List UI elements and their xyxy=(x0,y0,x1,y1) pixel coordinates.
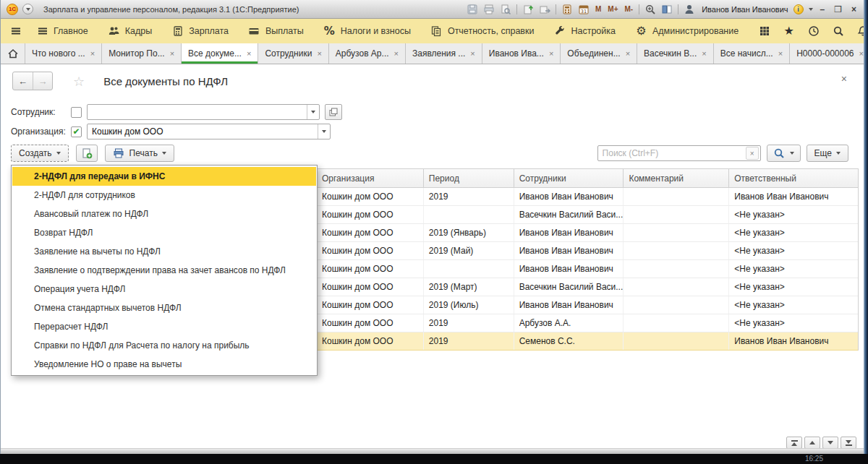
menu-section-nalogi-i-vznosy[interactable]: %Налоги и взносы xyxy=(323,25,411,38)
create-menu-item[interactable]: Операция учета НДФЛ xyxy=(12,280,316,298)
tab-close-icon[interactable]: × xyxy=(170,50,174,58)
zoom-icon[interactable] xyxy=(644,4,656,15)
info-icon[interactable]: i xyxy=(793,4,804,14)
close-button[interactable]: × xyxy=(849,4,859,14)
tab-close-icon[interactable]: × xyxy=(247,50,251,58)
back-button[interactable]: ← xyxy=(13,72,33,90)
search-clear-icon[interactable]: × xyxy=(746,147,759,160)
tab-close-icon[interactable]: × xyxy=(90,50,95,58)
column-header[interactable]: Организация xyxy=(317,169,424,187)
calculator-icon[interactable] xyxy=(561,4,573,15)
print-button[interactable]: Печать xyxy=(105,145,174,162)
more-button[interactable]: Еще xyxy=(807,145,848,162)
menu-section-nastroyka[interactable]: Настройка xyxy=(553,25,616,38)
minimize-button[interactable]: – xyxy=(818,4,827,14)
send-document-icon[interactable] xyxy=(522,4,534,15)
table-row[interactable]: Кошкин дом ОООВасечкин Василий Васи...<Н… xyxy=(317,206,858,224)
tab-7[interactable]: Объединен...× xyxy=(561,43,637,64)
tab-home[interactable] xyxy=(1,43,25,64)
create-button[interactable]: Создать xyxy=(11,145,69,162)
create-menu-item[interactable]: 2-НДФЛ для сотрудников xyxy=(12,186,316,205)
tab-4[interactable]: Арбузов Ар...× xyxy=(329,43,406,64)
organization-checkbox[interactable]: ✔ xyxy=(71,126,82,137)
tab-10[interactable]: Н0000-000006× xyxy=(790,43,868,64)
create-menu-item[interactable]: Заявление на вычеты по НДФЛ xyxy=(12,242,316,261)
tab-0[interactable]: Что нового ...× xyxy=(25,43,102,64)
create-menu-item[interactable]: Перерасчет НДФЛ xyxy=(12,317,316,336)
table-row[interactable]: Кошкин дом ООО2019 (Март)Васечкин Васили… xyxy=(317,278,858,296)
menu-section-administrirovanie[interactable]: ⚙Администрирование xyxy=(635,25,739,38)
form-close-icon[interactable]: × xyxy=(841,73,847,85)
calendar-icon[interactable]: 31 xyxy=(578,4,590,15)
create-menu-item[interactable]: Авансовый платеж по НДФЛ xyxy=(12,205,316,223)
memory-m-minus-button[interactable]: M- xyxy=(624,5,634,13)
column-header[interactable]: Сотрудники xyxy=(514,169,624,187)
go-first-button[interactable] xyxy=(786,437,802,449)
copy-document-button[interactable] xyxy=(76,145,98,162)
organization-dropdown-icon[interactable] xyxy=(318,124,330,139)
memory-m-plus-button[interactable]: M+ xyxy=(607,5,618,13)
table-row[interactable]: Кошкин дом ООО2019Иванов Иван ИвановичИв… xyxy=(317,188,858,206)
table-row[interactable]: Кошкин дом ООО2019 (Июль)Иванов Иван Ива… xyxy=(317,296,858,314)
menu-section-otchetnost-spravki[interactable]: Отчетность, справки xyxy=(430,25,535,38)
column-header[interactable]: Комментарий xyxy=(624,169,729,187)
table-row[interactable]: Кошкин дом ООО2019 (Январь)Иванов Иван И… xyxy=(317,224,858,242)
create-menu-item[interactable]: Справки по НДФЛ для Расчета по налогу на… xyxy=(12,336,316,355)
organization-combobox[interactable]: Кошкин дом ООО xyxy=(87,124,331,139)
tab-close-icon[interactable]: × xyxy=(626,50,630,58)
current-user-name[interactable]: Иванов Иван Иванович xyxy=(702,5,788,14)
go-next-button[interactable] xyxy=(822,437,838,449)
column-header[interactable]: Период xyxy=(424,169,514,187)
tab-5[interactable]: Заявления ...× xyxy=(406,43,482,64)
create-menu-item[interactable]: Отмена стандартных вычетов НДФЛ xyxy=(12,298,316,317)
print-icon[interactable] xyxy=(483,4,495,15)
employee-combobox[interactable] xyxy=(87,104,320,120)
tab-8[interactable]: Васечкин В...× xyxy=(637,43,714,64)
fax-icon[interactable] xyxy=(539,4,550,15)
create-menu-item[interactable]: Уведомление НО о праве на вычеты xyxy=(12,355,316,374)
history-clock-icon[interactable] xyxy=(807,25,820,38)
tab-3[interactable]: Сотрудники× xyxy=(258,43,328,64)
advanced-search-button[interactable] xyxy=(767,145,801,162)
table-row[interactable]: Кошкин дом ООО2019Арбузов А.А.<Не указан… xyxy=(317,314,858,332)
tab-6[interactable]: Иванов Ива...× xyxy=(482,43,561,64)
go-previous-button[interactable] xyxy=(804,437,820,449)
search-input[interactable] xyxy=(598,148,746,158)
split-view-icon[interactable] xyxy=(661,4,673,15)
tab-1[interactable]: Монитор По...× xyxy=(102,43,182,64)
tab-9[interactable]: Все начисл...× xyxy=(714,43,790,64)
tab-close-icon[interactable]: × xyxy=(549,50,553,58)
main-menu-round-button[interactable] xyxy=(22,4,33,14)
table-row[interactable]: Кошкин дом ООО2019Семенов С.С.Иванов Ива… xyxy=(317,332,858,351)
tab-close-icon[interactable]: × xyxy=(702,50,706,58)
menu-section-zarplata[interactable]: Зарплата xyxy=(171,25,229,38)
info-dropdown-icon[interactable] xyxy=(809,8,813,11)
tab-close-icon[interactable]: × xyxy=(394,50,399,58)
favorites-star-icon[interactable]: ★ xyxy=(783,25,795,38)
os-taskbar[interactable]: 16:25 xyxy=(0,454,868,464)
hamburger-menu-button[interactable] xyxy=(9,25,22,38)
table-row[interactable]: Кошкин дом ОООИванов Иван Иванович<Не ук… xyxy=(317,260,858,278)
employee-open-button[interactable] xyxy=(325,104,342,120)
tab-close-icon[interactable]: × xyxy=(859,50,864,58)
forward-button[interactable]: → xyxy=(33,72,52,90)
employee-dropdown-icon[interactable] xyxy=(307,105,319,119)
tab-2[interactable]: Все докуме...× xyxy=(182,43,258,64)
memory-m-button[interactable]: M xyxy=(595,5,602,13)
table-row[interactable]: Кошкин дом ООО2019 (Май)Иванов Иван Иван… xyxy=(317,242,858,260)
restore-button[interactable]: ❒ xyxy=(832,4,844,14)
menu-section-glavnoe[interactable]: Главное xyxy=(36,25,88,38)
global-search-icon[interactable] xyxy=(832,25,844,38)
tab-close-icon[interactable]: × xyxy=(317,50,321,58)
menu-section-vyplaty[interactable]: Выплаты xyxy=(248,25,304,38)
create-menu-item[interactable]: 2-НДФЛ для передачи в ИФНС xyxy=(12,167,316,186)
create-menu-item[interactable]: Возврат НДФЛ xyxy=(12,223,316,242)
all-functions-grid-icon[interactable] xyxy=(758,25,770,38)
favorite-star-icon[interactable]: ☆ xyxy=(73,74,85,89)
save-icon[interactable] xyxy=(467,4,478,15)
column-header[interactable]: Ответственный xyxy=(729,169,858,187)
print-preview-icon[interactable] xyxy=(500,4,511,15)
menu-section-kadry[interactable]: Кадры xyxy=(108,25,152,38)
go-last-button[interactable] xyxy=(841,437,856,449)
tab-close-icon[interactable]: × xyxy=(470,50,475,58)
